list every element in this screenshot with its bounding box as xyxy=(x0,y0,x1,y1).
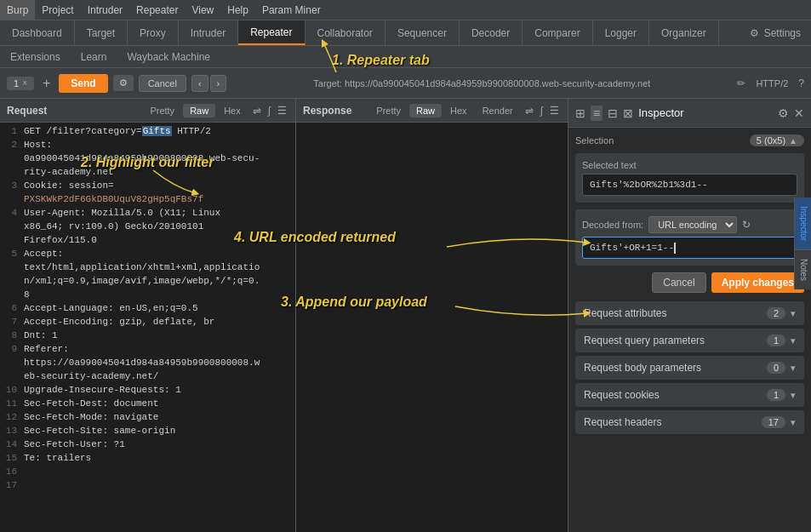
menu-project[interactable]: Project xyxy=(35,0,80,20)
resp-wrap-icon[interactable]: ⇌ xyxy=(523,105,535,117)
accordion-query-params[interactable]: Request query parameters 1 ▾ xyxy=(575,329,804,352)
settings-tab[interactable]: ⚙ Settings xyxy=(740,27,811,39)
tab-wayback[interactable]: Wayback Machine xyxy=(117,46,220,67)
tab-collaborator[interactable]: Collaborator xyxy=(306,20,386,45)
inspector-align-icon[interactable]: ⊟ xyxy=(608,106,618,120)
resp-subtab-pretty[interactable]: Pretty xyxy=(369,104,408,117)
http-version-display: HTTP/2 xyxy=(751,78,793,89)
side-tab-notes[interactable]: Notes xyxy=(795,250,811,289)
tab-intruder[interactable]: Intruder xyxy=(179,20,238,45)
menu-paramminer[interactable]: Param Miner xyxy=(255,0,328,20)
line-row: 7 Accept-Encoding: gzip, deflate, br xyxy=(0,317,295,330)
wrap-icon[interactable]: ⇌ xyxy=(251,105,263,117)
inspector-view-line-icon[interactable]: ≡ xyxy=(591,106,603,121)
line-row: Firefox/115.0 xyxy=(0,235,295,249)
main-tabbar: Dashboard Target Proxy Intruder Repeater… xyxy=(0,20,811,46)
menu-view[interactable]: View xyxy=(185,0,220,20)
repeater-controls: 1 × + Send ⚙ Cancel ‹ › Target: https://… xyxy=(0,68,811,99)
close-tab-button[interactable]: × xyxy=(22,78,27,88)
line-row: 10 Upgrade-Insecure-Requests: 1 xyxy=(0,385,295,398)
tab-repeater[interactable]: Repeater xyxy=(238,20,305,45)
request-body[interactable]: 1 GET /filter?category=Gifts HTTP/2 2 Ho… xyxy=(0,123,295,532)
tab-dashboard[interactable]: Dashboard xyxy=(0,20,75,45)
inspector-close-icon[interactable]: ✕ xyxy=(794,106,804,120)
request-panel-icons: ⇌ ∫ ☰ xyxy=(251,105,288,117)
resp-menu-icon[interactable]: ☰ xyxy=(548,105,561,117)
menu-icon[interactable]: ☰ xyxy=(276,105,288,117)
subtab-hex[interactable]: Hex xyxy=(217,104,248,117)
help-icon[interactable]: ? xyxy=(798,77,804,89)
inspector-view-grid-icon[interactable]: ⊞ xyxy=(575,106,585,120)
side-tab-inspector[interactable]: Inspector xyxy=(795,197,811,250)
decoded-label: Decoded from: xyxy=(582,220,643,230)
edit-target-icon[interactable]: ✏ xyxy=(737,77,745,89)
line-row: 14 Sec-Fetch-User: ?1 xyxy=(0,439,295,453)
accordion-label: Request cookies xyxy=(584,389,767,401)
edit-field[interactable]: Gifts'+OR+1=1-- xyxy=(582,237,797,259)
line-row: eb-security-academy.net/ xyxy=(0,371,295,385)
secondary-tabbar: Extensions Learn Wayback Machine xyxy=(0,46,811,68)
settings-icon-button[interactable]: ⚙ xyxy=(113,75,134,91)
accordion-chevron: ▾ xyxy=(791,417,796,428)
tab-comparer[interactable]: Comparer xyxy=(523,20,592,45)
request-panel-header: Request Pretty Raw Hex ⇌ ∫ ☰ xyxy=(0,99,295,123)
repeater-tab-pill: 1 × xyxy=(7,77,34,90)
accordion-headers[interactable]: Request headers 17 ▾ xyxy=(575,410,804,434)
accordion-request-attributes[interactable]: Request attributes 2 ▾ xyxy=(575,301,804,325)
prev-button[interactable]: ‹ xyxy=(191,75,208,92)
accordion-body-params[interactable]: Request body parameters 0 ▾ xyxy=(575,356,804,380)
main-content: Request Pretty Raw Hex ⇌ ∫ ☰ 1 GET /filt… xyxy=(0,99,811,532)
resp-subtab-hex[interactable]: Hex xyxy=(443,104,474,117)
encoding-select[interactable]: URL encoding xyxy=(648,216,737,233)
resp-special-icon[interactable]: ∫ xyxy=(539,105,545,117)
tab-learn[interactable]: Learn xyxy=(71,46,117,67)
selection-chevron[interactable]: ▲ xyxy=(789,136,797,146)
subtab-raw[interactable]: Raw xyxy=(183,104,215,117)
subtab-pretty[interactable]: Pretty xyxy=(143,104,181,117)
send-button[interactable]: Send xyxy=(59,74,107,93)
inspector-gear-icon[interactable]: ⚙ xyxy=(778,106,789,120)
line-row: 15 Te: trailers xyxy=(0,453,295,466)
selected-text-section: Selected text Gifts'%2bOR%2b1%3d1-- xyxy=(575,153,804,203)
tab-proxy[interactable]: Proxy xyxy=(128,20,179,45)
menu-intruder[interactable]: Intruder xyxy=(81,0,129,20)
line-row: 9 Referer: xyxy=(0,344,295,358)
refresh-icon[interactable]: ↻ xyxy=(742,219,751,231)
menu-repeater[interactable]: Repeater xyxy=(129,0,185,20)
selected-text-label: Selected text xyxy=(582,160,797,170)
apply-changes-button[interactable]: Apply changes xyxy=(711,272,804,293)
response-body[interactable] xyxy=(296,123,568,532)
accordion-label: Request body parameters xyxy=(584,362,767,374)
accordion-badge: 0 xyxy=(767,362,785,374)
accordion-label: Request query parameters xyxy=(584,335,767,346)
special-icon[interactable]: ∫ xyxy=(266,105,272,117)
resp-subtab-raw[interactable]: Raw xyxy=(409,104,442,117)
selection-value: 5 (0x5) xyxy=(757,135,785,146)
next-button[interactable]: › xyxy=(210,75,227,92)
tab-target[interactable]: Target xyxy=(75,20,128,45)
tab-organizer[interactable]: Organizer xyxy=(649,20,719,45)
cancel-changes-button[interactable]: Cancel xyxy=(652,272,705,293)
inspector-content: Selection 5 (0x5) ▲ Selected text Gifts'… xyxy=(568,128,811,532)
accordion-chevron: ▾ xyxy=(791,363,796,374)
accordion-cookies[interactable]: Request cookies 1 ▾ xyxy=(575,383,804,407)
accordion-chevron: ▾ xyxy=(791,335,796,346)
tab-logger[interactable]: Logger xyxy=(593,20,649,45)
cancel-button[interactable]: Cancel xyxy=(139,75,186,92)
add-tab-button[interactable]: + xyxy=(39,76,54,91)
menu-help[interactable]: Help xyxy=(220,0,255,20)
resp-subtab-render[interactable]: Render xyxy=(476,104,520,117)
decoded-row: Decoded from: URL encoding ↻ xyxy=(582,216,797,233)
accordion-badge: 1 xyxy=(767,389,785,401)
inspector-split-icon[interactable]: ⊠ xyxy=(623,106,633,120)
tab-extensions[interactable]: Extensions xyxy=(0,46,71,67)
side-panel-tabs: Inspector Notes xyxy=(794,197,811,289)
tab-decoder[interactable]: Decoder xyxy=(460,20,523,45)
request-subtabs: Pretty Raw Hex xyxy=(143,104,247,117)
decoded-section: Decoded from: URL encoding ↻ Gifts'+OR+1… xyxy=(575,209,804,266)
inspector-title: Inspector xyxy=(638,106,773,119)
accordion-chevron: ▾ xyxy=(791,390,796,401)
tab-sequencer[interactable]: Sequencer xyxy=(386,20,460,45)
menu-burp[interactable]: Burp xyxy=(0,0,35,20)
gear-icon: ⚙ xyxy=(750,27,759,39)
